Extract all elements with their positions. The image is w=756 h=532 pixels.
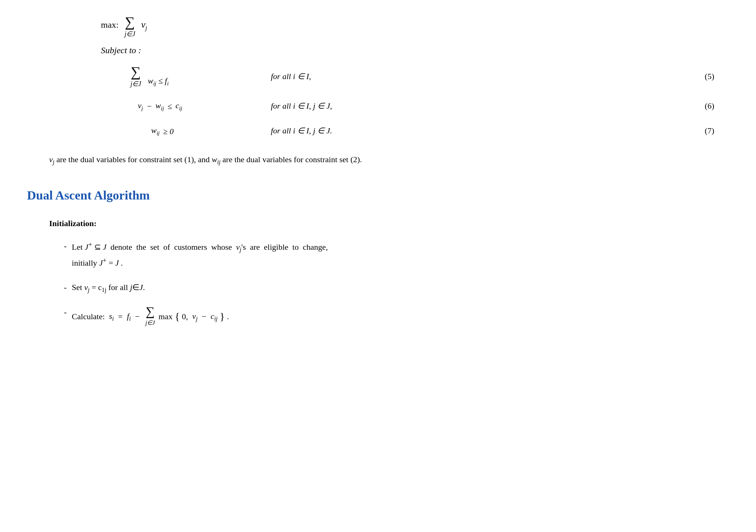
left-brace: {	[175, 308, 180, 325]
c5-sigma: ∑	[131, 65, 141, 79]
constraint-7: wij ≥ 0 for all i ∈ I, j ∈ J. (7)	[130, 124, 729, 137]
step1-bullet: -	[64, 239, 67, 253]
sigma-icon: ∑	[125, 15, 135, 29]
constraints-table: ∑ j∈J wij ≤ fi for all i ∈ I, (5) vj − w…	[130, 65, 729, 138]
step1-content: Let J+ ⊆ J denote the set of customers w…	[72, 239, 729, 270]
step2-content: Set vj = c1j for all j∈J.	[72, 280, 729, 295]
constraint-7-num: (7)	[692, 124, 729, 137]
calc-sigma-icon: ∑	[146, 305, 154, 318]
section-heading: Dual Ascent Algorithm	[27, 185, 729, 205]
c5-sum: ∑ j∈J	[130, 65, 141, 89]
constraint-6-for: for all i ∈ I, j ∈ J,	[249, 99, 692, 112]
constraint-5-num: (5)	[692, 70, 729, 83]
step2-bullet: -	[64, 280, 67, 294]
c5-lhs: wij ≤ fi	[148, 74, 168, 88]
calc-sum: ∑ j∈J	[145, 305, 155, 328]
calc-sub: j∈J	[145, 318, 155, 328]
objective-sum: ∑ j∈J	[125, 15, 135, 40]
algo-step-2: - Set vj = c1j for all j∈J.	[64, 280, 729, 295]
constraint-7-expr: wij ≥ 0	[130, 124, 249, 137]
objective-var: vj	[141, 17, 147, 33]
constraint-5: ∑ j∈J wij ≤ fi for all i ∈ I, (5)	[130, 65, 729, 88]
algo-step-1: - Let J+ ⊆ J denote the set of customers…	[64, 239, 729, 270]
constraint-6: vj − wij ≤ cij for all i ∈ I, j ∈ J, (6)	[130, 99, 729, 113]
step3-bullet: -	[64, 305, 67, 319]
subject-to-label: Subject to :	[101, 43, 729, 57]
constraint-7-for: for all i ∈ I, j ∈ J.	[249, 124, 692, 137]
objective-line: max: ∑ j∈J vj	[101, 15, 729, 40]
c5-sub: j∈J	[130, 79, 141, 89]
constraint-6-num: (6)	[692, 99, 729, 112]
constraint-6-expr: vj − wij ≤ cij	[130, 99, 249, 113]
page: max: ∑ j∈J vj Subject to : ∑ j∈J wij ≤ f…	[27, 15, 729, 328]
step3-content: Calculate: si = fi − ∑ j∈J max{0, vj − c…	[72, 305, 729, 328]
dual-ascent-section: Dual Ascent Algorithm Initialization: - …	[27, 185, 729, 328]
max-label: max:	[101, 18, 119, 32]
right-brace: }	[220, 308, 225, 325]
formulation-block: max: ∑ j∈J vj Subject to : ∑ j∈J wij ≤ f…	[27, 15, 729, 138]
constraint-5-for: for all i ∈ I,	[249, 70, 692, 83]
calculate-line: Calculate: si = fi − ∑ j∈J max{0, vj − c…	[72, 305, 729, 328]
explanation-paragraph: vj are the dual variables for constraint…	[49, 153, 677, 167]
init-heading: Initialization:	[49, 217, 729, 230]
constraint-5-expr: ∑ j∈J wij ≤ fi	[130, 65, 249, 88]
algorithm-block: Initialization: - Let J+ ⊆ J denote the …	[49, 217, 729, 328]
sum-subscript: j∈J	[125, 29, 135, 40]
algo-step-3: - Calculate: si = fi − ∑ j∈J max{0, vj −…	[64, 305, 729, 328]
